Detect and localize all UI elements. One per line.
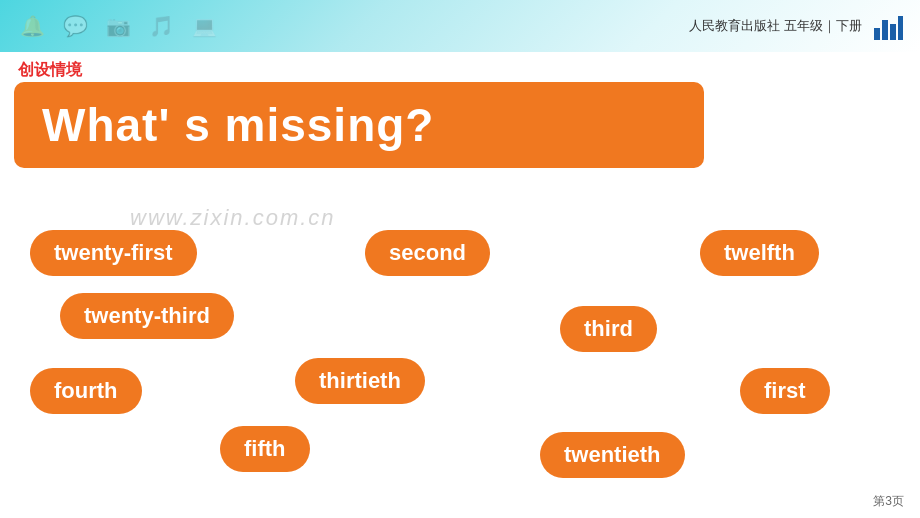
word-pill-second: second — [365, 230, 490, 276]
word-pill-twelfth: twelfth — [700, 230, 819, 276]
svg-rect-3 — [898, 16, 903, 40]
question-text: What' s missing? — [42, 99, 434, 151]
word-pill-twentieth: twentieth — [540, 432, 685, 478]
header-right: 人民教育出版社 五年级｜下册 — [689, 10, 904, 42]
question-box: What' s missing? — [14, 82, 704, 168]
chart-icon — [872, 10, 904, 42]
header-decorative-icons: 🔔 💬 📷 🎵 💻 — [0, 0, 500, 52]
word-pill-thirtieth: thirtieth — [295, 358, 425, 404]
bell-icon: 🔔 — [20, 14, 45, 38]
camera-icon: 📷 — [106, 14, 131, 38]
word-pill-twenty-first: twenty-first — [30, 230, 197, 276]
word-pill-fifth: fifth — [220, 426, 310, 472]
page-number: 第3页 — [873, 493, 904, 510]
header-bar: 🔔 💬 📷 🎵 💻 人民教育出版社 五年级｜下册 — [0, 0, 920, 52]
music-icon: 🎵 — [149, 14, 174, 38]
chat-icon: 💬 — [63, 14, 88, 38]
watermark: www.zixin.com.cn — [130, 205, 336, 231]
word-pill-third: third — [560, 306, 657, 352]
word-pill-fourth: fourth — [30, 368, 142, 414]
word-pill-first: first — [740, 368, 830, 414]
header-title: 人民教育出版社 五年级｜下册 — [689, 17, 862, 35]
section-label: 创设情境 — [18, 60, 82, 81]
laptop-icon: 💻 — [192, 14, 217, 38]
svg-rect-2 — [890, 24, 896, 40]
svg-rect-0 — [874, 28, 880, 40]
word-pill-twenty-third: twenty-third — [60, 293, 234, 339]
svg-rect-1 — [882, 20, 888, 40]
